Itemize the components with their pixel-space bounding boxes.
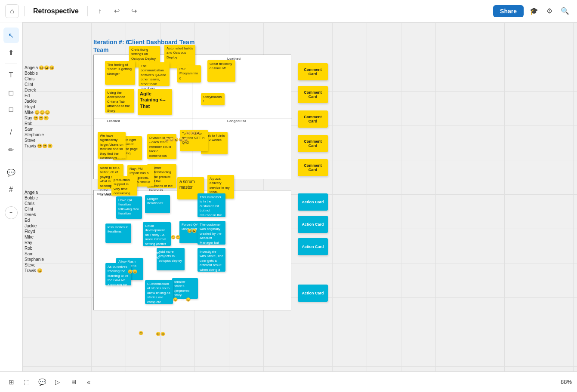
sticky-production-support[interactable]: production support is very time consumin… [111,176,137,196]
name-jackie-b: Jackie [25,224,44,228]
toolbar-separator [5,64,17,64]
iteration-title: Iteration #: 6 [93,39,129,46]
header: ⌂ Retrospective ↑ ↩ ↪ Share 🎓 ⚙ 🔍 [0,0,577,22]
grid-view-button[interactable]: ⊞ [5,376,17,388]
chat-tool[interactable]: 💬 [3,165,19,180]
sticky-teamwork[interactable]: As ourselves tracking the learning to be… [105,263,131,285]
name-bobbie-b: Bobbie [25,196,44,200]
rect-tool[interactable]: □ [3,102,19,117]
action-card-4[interactable]: Action Card [298,285,328,302]
name-stephanie: Stephanie [25,132,54,137]
header-divider [24,6,25,16]
sticky-flexibility[interactable]: Great flexibility on time off. [207,60,235,82]
sticky-customization[interactable]: Customization of stories so to allow lin… [145,280,173,304]
comment-button[interactable]: 💬 [36,376,48,388]
present-button[interactable]: ▷ [52,376,64,388]
toolbar-separator2 [5,121,17,121]
name-travis-b: Travis😊 [25,268,44,273]
name-angela-b: Angela [25,190,44,195]
header-right-icons: 🎓 ⚙ 🔍 [527,4,572,18]
settings-icon[interactable]: ⚙ [543,4,556,18]
sticky-smaller-stories[interactable]: smaller stories (improved story structur… [172,278,198,299]
sticky-blue-extra3[interactable]: Investigate with Steve, The user gets a … [197,248,225,272]
name-steve: Steve [25,138,54,143]
name-floyd-b: Floyd [25,229,44,234]
comment-card-4[interactable]: Comment Card [298,135,328,152]
action-card-2[interactable]: Action Card [298,216,328,233]
emoji-cluster6: 😊😊 [128,270,137,274]
toolbar-separator4 [5,201,17,201]
present-icon[interactable]: 🎓 [527,4,541,18]
name-jackie: Jackie [25,99,54,104]
text-tool[interactable]: T [3,67,19,83]
home-button[interactable]: ⌂ [5,4,19,18]
share-export-button[interactable]: ↑ [93,4,107,18]
comment-card-5[interactable]: Comment Card [298,159,328,176]
sticky-less-stories[interactable]: less stories in iterations. [105,224,131,243]
sticky-communication[interactable]: The communication between QA and other t… [139,62,170,86]
name-floyd: Floyd [25,104,54,109]
sticky-larger-users[interactable]: We have significantly larger/Users on th… [98,132,126,159]
name-mike: Mike😊😊😊 [25,110,54,115]
name-chris-b: Chris [25,201,44,206]
learned-label: Learned [107,119,120,123]
zoom-level: 88% [561,379,572,385]
upload-tool[interactable]: ⬆ [3,45,19,60]
name-bobbie: Bobbie [25,71,54,76]
name-sam: Sam [25,127,54,132]
sticky-blue-extra1[interactable]: This customer is in the customer list bu… [197,193,225,217]
action-card-3[interactable]: Action Card [298,238,328,255]
sticky-longer-iterations[interactable]: Longer Iterations? [145,195,170,213]
sticky-feeling-team[interactable]: The feeling of 'Team' is getting stronge… [105,61,135,85]
sticky-add-projects[interactable]: Add more projects to octopus deploy [157,248,185,270]
sticky-agile-training[interactable]: Agile Training <-- That [138,89,172,115]
add-tool[interactable]: + [5,206,18,219]
action-card-1[interactable]: Action Card [298,193,328,211]
name-sam-b: Sam [25,251,44,256]
h-divider [94,119,292,119]
sticky-qa-iteration[interactable]: Have QA Iteration following Dev Iteratio… [116,196,142,219]
name-derek-b: Derek [25,212,44,217]
share-button[interactable]: Share [493,5,524,17]
name-clint-b: Clint [25,207,44,211]
line-tool[interactable]: / [3,125,19,140]
grid-tool[interactable]: # [3,182,19,197]
sticky-storyboards[interactable]: Storyboards! [201,93,225,105]
comment-card-3[interactable]: Comment Card [298,110,328,128]
toolbar-separator3 [5,161,17,161]
name-clint: Clint [25,82,54,87]
names-panel-bottom: Angela Bobbie Chris Clint Derek Ed Jacki… [25,190,44,273]
name-ed-b: Ed [25,218,44,223]
header-divider2 [87,6,88,16]
note-tool[interactable]: ◻ [3,85,19,100]
frame-button[interactable]: ⬚ [21,376,33,388]
comment-card-2[interactable]: Comment Card [298,86,328,103]
name-rob-b: Rob [25,246,44,251]
sticky-friday-dev[interactable]: Could development on Friday - A more inf… [143,222,171,246]
screen-button[interactable]: 🖥 [67,376,79,388]
name-ed: Ed [25,93,54,98]
sticky-pair-programming[interactable]: Pair Programming [177,65,201,83]
emoji-cluster2: 😊😊😐 [186,131,200,135]
names-panel-top: Angela😊😐😊 Bobbie Chris Clint Derek Ed Ja… [25,65,54,148]
sticky-blue-extra2[interactable]: The customer was originally created by t… [197,221,225,245]
redo-button[interactable]: ↪ [127,4,141,18]
emoji-cluster-top: 😊😊😐😊😊 [164,138,188,142]
left-toolbar: ↖ ⬆ T ◻ □ / ✏ 💬 # + [0,22,22,371]
emoji-cluster7: 😊😊 [156,332,165,336]
pencil-tool[interactable]: ✏ [3,142,19,157]
name-derek: Derek [25,88,54,92]
search-icon[interactable]: 🔍 [558,4,572,18]
name-ray: Ray😊😊😐 [25,116,54,120]
name-mike-b: Mike [25,235,44,239]
longedfor-label: Longed For [227,119,246,123]
emoji-cluster8: 😊 [139,331,143,335]
canvas[interactable]: Iteration #: 6 Client Dashboard Team Tea… [22,22,577,371]
name-chris: Chris [25,77,54,81]
comment-card-1[interactable]: Comment Card [298,63,328,80]
name-ray-b: Ray [25,240,44,245]
cursor-tool[interactable]: ↖ [3,28,19,43]
undo-button[interactable]: ↩ [110,4,124,18]
sticky-acceptance[interactable]: Using the Acceptance Criteria Tab attach… [105,89,134,113]
collapse-button[interactable]: « [83,376,95,388]
